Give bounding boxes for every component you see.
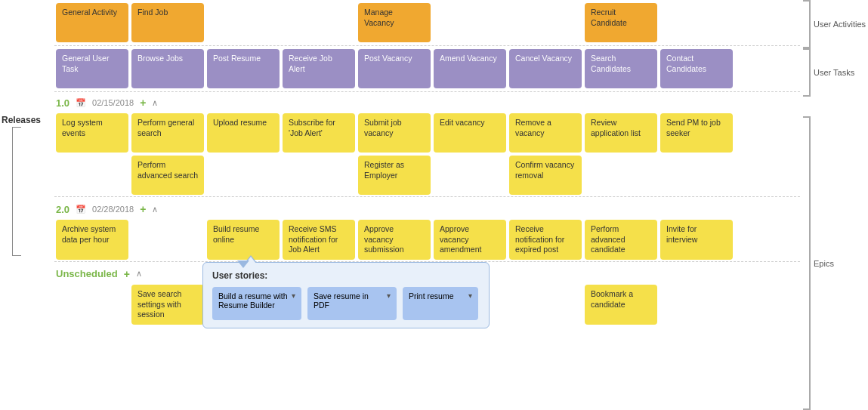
release-2-date: 02/28/2018 bbox=[92, 205, 134, 214]
ut-post-resume[interactable]: Post Resume bbox=[207, 49, 280, 88]
story-build-arrow: ▾ bbox=[292, 291, 295, 300]
epic-build-resume-online[interactable]: Build resume online bbox=[207, 220, 280, 260]
release-1-header: 1.0 📅 02/15/2018 + ∧ bbox=[54, 94, 800, 112]
epic-confirm-vacancy-removal[interactable]: Confirm vacancy removal bbox=[509, 156, 582, 195]
ua-recruit-candidate[interactable]: Recruit Candidate bbox=[585, 3, 657, 42]
release-2-add-icon[interactable]: + bbox=[140, 203, 146, 215]
epic-review-application-list[interactable]: Review application list bbox=[585, 113, 657, 153]
ut-amend-vacancy[interactable]: Amend Vacancy bbox=[434, 49, 506, 88]
release-2-collapse-icon[interactable]: ∧ bbox=[152, 205, 158, 214]
epic-remove-vacancy[interactable]: Remove a vacancy bbox=[509, 113, 582, 153]
right-epics-label: Epics bbox=[814, 259, 834, 268]
right-user-activities: User Activities bbox=[800, 0, 868, 48]
ut-general-user-task[interactable]: General User Task bbox=[56, 49, 128, 88]
epic-perform-advanced-candidate[interactable]: Perform advanced candidate bbox=[585, 220, 657, 260]
release-2-header: 2.0 📅 02/28/2018 + ∧ bbox=[54, 200, 800, 218]
ua-general-activity[interactable]: General Activity bbox=[56, 3, 128, 42]
release-1-date-icon: 📅 bbox=[76, 98, 86, 108]
epic-log-system-events[interactable]: Log system events bbox=[56, 113, 128, 153]
user-stories-cards: Build a resume with Resume Builder ▾ Sav… bbox=[212, 287, 480, 320]
ua-find-job[interactable]: Find Job bbox=[131, 3, 204, 42]
right-user-tasks: User Tasks bbox=[800, 48, 868, 97]
epic-archive-system-data[interactable]: Archive system data per hour bbox=[56, 220, 128, 260]
story-print-arrow: ▾ bbox=[468, 291, 472, 300]
epic-approve-vacancy-submission[interactable]: Approve vacancy submission bbox=[358, 220, 431, 260]
user-stories-popup: User stories: Build a resume with Resume… bbox=[202, 262, 490, 328]
story-save-pdf[interactable]: Save resume in PDF ▾ bbox=[307, 287, 397, 320]
epic-bookmark-candidate[interactable]: Bookmark a candidate bbox=[585, 285, 657, 325]
release-1-epics-row2: Perform advanced search Register as Empl… bbox=[54, 154, 800, 197]
story-save-arrow: ▾ bbox=[387, 291, 391, 300]
epic-invite-for-interview[interactable]: Invite for interview bbox=[660, 220, 733, 260]
epic-submit-job-vacancy[interactable]: Submit job vacancy bbox=[358, 113, 431, 153]
epic-register-as-employer[interactable]: Register as Employer bbox=[358, 156, 431, 195]
epic-upload-resume[interactable]: Upload resume bbox=[207, 113, 280, 153]
user-tasks-row: General User Task Browse Jobs Post Resum… bbox=[54, 46, 800, 92]
unscheduled-collapse-icon[interactable]: ∧ bbox=[136, 269, 142, 279]
epic-send-pm-job-seeker[interactable]: Send PM to job seeker bbox=[660, 113, 733, 153]
epic-edit-vacancy[interactable]: Edit vacancy bbox=[434, 113, 506, 153]
release-1-date: 02/15/2018 bbox=[92, 98, 134, 107]
ut-browse-jobs[interactable]: Browse Jobs bbox=[131, 49, 204, 88]
unscheduled-add-icon[interactable]: + bbox=[124, 268, 130, 280]
release-2-date-icon: 📅 bbox=[76, 205, 86, 214]
epic-perform-general-search[interactable]: Perform general search bbox=[131, 113, 204, 153]
ut-receive-job-alert[interactable]: Receive Job Alert bbox=[283, 49, 355, 88]
epic-receive-sms-notification[interactable]: Receive SMS notification for Job Alert bbox=[283, 220, 355, 260]
release-1-epics-row1: Log system events Perform general search… bbox=[54, 112, 800, 154]
release-2-epics-row: Archive system data per hour Build resum… bbox=[54, 218, 800, 262]
ut-post-vacancy[interactable]: Post Vacancy bbox=[358, 49, 431, 88]
epic-receive-notification-expired[interactable]: Receive notification for expired post bbox=[509, 220, 582, 260]
ua-manage-vacancy[interactable]: Manage Vacancy bbox=[358, 3, 431, 42]
right-epics: Epics bbox=[800, 116, 868, 410]
releases-label: Releases bbox=[2, 115, 41, 125]
release-1-add-icon[interactable]: + bbox=[140, 97, 146, 109]
epic-subscribe-job-alert[interactable]: Subscribe for 'Job Alert' bbox=[283, 113, 355, 153]
ut-cancel-vacancy[interactable]: Cancel Vacancy bbox=[509, 49, 582, 88]
release-1-collapse-icon[interactable]: ∧ bbox=[152, 98, 158, 108]
story-build-resume[interactable]: Build a resume with Resume Builder ▾ bbox=[212, 287, 301, 320]
release-1-version: 1.0 bbox=[56, 97, 70, 109]
ut-search-candidates[interactable]: Search Candidates bbox=[585, 49, 657, 88]
ut-contact-candidates[interactable]: Contact Candidates bbox=[660, 49, 733, 88]
epic-save-search-settings[interactable]: Save search settings with session bbox=[131, 285, 204, 325]
right-user-tasks-label: User Tasks bbox=[814, 68, 854, 77]
epic-perform-advanced-search[interactable]: Perform advanced search bbox=[131, 156, 204, 195]
epic-approve-vacancy-amendment[interactable]: Approve vacancy amendment bbox=[434, 220, 506, 260]
release-2-version: 2.0 bbox=[56, 204, 70, 215]
user-activities-row: General Activity Find Job Manage Vacancy… bbox=[54, 0, 800, 46]
unscheduled-label: Unscheduled bbox=[56, 268, 118, 279]
story-print-resume[interactable]: Print resume ▾ bbox=[403, 287, 478, 320]
user-stories-title: User stories: bbox=[212, 270, 480, 281]
right-user-activities-label: User Activities bbox=[814, 20, 866, 29]
